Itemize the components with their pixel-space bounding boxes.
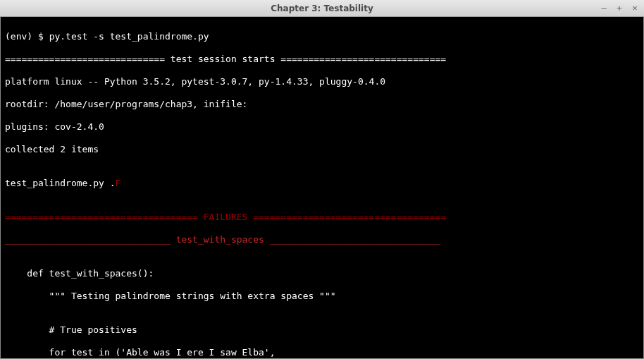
failing-test-name: ______________________________ test_with… bbox=[5, 234, 639, 245]
window-titlebar: Chapter 3: Testability – + × bbox=[0, 0, 644, 17]
fail-marker: F bbox=[116, 178, 121, 188]
platform-line: platform linux -- Python 3.5.2, pytest-3… bbox=[5, 76, 639, 87]
shell-prompt: (env) $ bbox=[5, 31, 49, 42]
rootdir-line: rootdir: /home/user/programs/chap3, inif… bbox=[5, 99, 639, 110]
failures-header: =================================== FAIL… bbox=[5, 212, 639, 223]
code-line: for test in ('Able was I ere I saw Elba'… bbox=[5, 347, 639, 358]
window-controls: – + × bbox=[599, 0, 640, 16]
code-line: def test_with_spaces(): bbox=[5, 268, 639, 279]
plugins-line: plugins: cov-2.4.0 bbox=[5, 121, 639, 133]
entered-command: py.test -s test_palindrome.py bbox=[49, 31, 209, 42]
terminal-output[interactable]: (env) $ py.test -s test_palindrome.py ==… bbox=[0, 17, 644, 359]
code-line: # True positives bbox=[5, 324, 639, 336]
test-progress: test_palindrome.py . bbox=[5, 178, 116, 188]
maximize-icon[interactable]: + bbox=[614, 4, 624, 13]
code-line: """ Testing palindrome strings with extr… bbox=[5, 291, 639, 302]
collected-line: collected 2 items bbox=[5, 144, 639, 155]
session-start-header: ============================= test sessi… bbox=[5, 54, 639, 65]
window-title: Chapter 3: Testability bbox=[271, 4, 373, 13]
minimize-icon[interactable]: – bbox=[599, 4, 609, 13]
close-icon[interactable]: × bbox=[630, 4, 640, 13]
